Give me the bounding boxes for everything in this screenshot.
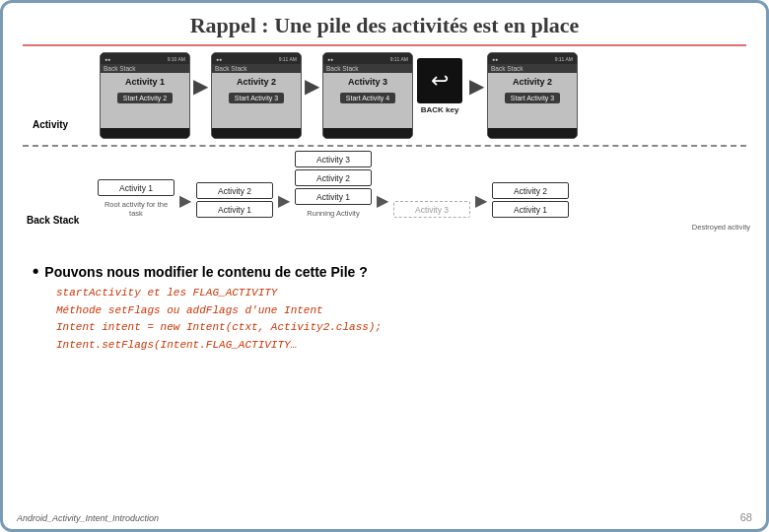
phone-4-bottom xyxy=(488,128,577,138)
stack-arrow-4: ▶ xyxy=(475,191,487,210)
phone-2-time: 9:11 AM xyxy=(279,56,297,62)
phone-1-button: Start Activity 2 xyxy=(117,93,173,103)
bullet-sub-1: startActivity et les FLAG_ACTIVITY xyxy=(56,285,746,302)
arrow-3: ▶ xyxy=(466,74,487,98)
phone-4-statusbar: ●● 9:11 AM xyxy=(488,53,577,64)
stack-3-item-3: Activity 1 xyxy=(295,188,372,205)
phone-1-bottom xyxy=(101,128,189,138)
phone-1-activity: Activity 1 xyxy=(125,77,165,87)
stack-1-item-1: Activity 1 xyxy=(98,179,175,196)
phone-4: ●● 9:11 AM Back Stack Activity 2 Start A… xyxy=(487,52,578,139)
bullet-sub-lines: startActivity et les FLAG_ACTIVITY Métho… xyxy=(56,285,746,354)
phone-4-activity: Activity 2 xyxy=(513,77,552,87)
back-key-section: ↩ BACK key xyxy=(417,58,462,114)
phone-4-taskbar: Back Stack xyxy=(488,64,577,73)
stack-col-1: Activity 1 Root activity for the task xyxy=(98,179,175,218)
stack-5-item-2: Activity 1 xyxy=(492,201,569,218)
stack-col-5: Activity 2 Activity 1 Destroyed activity xyxy=(492,182,569,218)
footer-left: Android_Activity_Intent_Introduction xyxy=(17,513,159,523)
phone-3-taskbar: Back Stack xyxy=(323,64,412,73)
footer-page: 68 xyxy=(740,511,752,523)
bullet-sub-4: Intent.setFlags(Intent.FLAG_ACTIVITY… xyxy=(56,337,746,355)
phone-3-bottom xyxy=(323,128,412,138)
arrow-2: ▶ xyxy=(302,74,322,98)
back-key-label: BACK key xyxy=(421,105,459,114)
running-label: Running Activity xyxy=(295,209,372,218)
stack-2-item-1: Activity 2 xyxy=(196,182,273,199)
phone-2-button: Start Activity 3 xyxy=(229,93,284,103)
stack-col-2: Activity 2 Activity 1 xyxy=(196,182,273,218)
stack-col-3: Activity 3 Activity 2 Activity 1 Running… xyxy=(295,151,372,218)
stack-col-4: Activity 3 xyxy=(393,201,470,218)
stack-3-item-1: Activity 3 xyxy=(295,151,372,167)
back-stack-label: Back Stack xyxy=(27,215,79,226)
stack-section: Activity 1 Root activity for the task ▶ … xyxy=(98,151,746,218)
bullet-sub-3: Intent intent = new Intent(ctxt, Activit… xyxy=(56,319,746,337)
phone-1-body: Activity 1 Start Activity 2 xyxy=(101,73,189,128)
stack-1-root-label: Root activity for the task xyxy=(98,200,175,218)
phone-3-body: Activity 3 Start Activity 4 xyxy=(323,73,412,128)
stack-arrow-1: ▶ xyxy=(179,191,191,210)
phone-3: ●● 9:11 AM Back Stack Activity 3 Start A… xyxy=(322,52,413,139)
phone-1-statusbar: ●● 9:10 AM xyxy=(101,53,189,64)
activity-label: Activity xyxy=(33,119,68,130)
stack-4-item-1: Activity 3 xyxy=(393,201,470,218)
arrow-1: ▶ xyxy=(190,74,211,98)
phone-3-activity: Activity 3 xyxy=(348,77,387,87)
phone-2-statusbar: ●● 9:11 AM xyxy=(212,53,301,64)
phone-2: ●● 9:11 AM Back Stack Activity 2 Start A… xyxy=(211,52,302,139)
phone-2-taskbar: Back Stack xyxy=(212,64,301,73)
back-key-box: ↩ xyxy=(417,58,462,103)
divider xyxy=(23,145,746,147)
phone-2-activity: Activity 2 xyxy=(237,77,276,87)
stack-arrow-3: ▶ xyxy=(377,191,388,210)
stack-arrow-2: ▶ xyxy=(278,191,290,210)
phone-3-button: Start Activity 4 xyxy=(340,93,395,103)
phone-1: ●● 9:10 AM Back Stack Activity 1 Start A… xyxy=(100,52,190,139)
back-arrow-icon: ↩ xyxy=(431,68,449,94)
slide-container: Rappel : Une pile des activités est en p… xyxy=(0,0,769,532)
diagram-area: Activity ●● 9:10 AM Back Stack Activity … xyxy=(23,52,746,218)
phone-1-status-text: ●● xyxy=(105,56,110,62)
phone-3-time: 9:11 AM xyxy=(390,56,408,62)
phone-2-body: Activity 2 Start Activity 3 xyxy=(212,73,301,128)
slide-title: Rappel : Une pile des activités est en p… xyxy=(23,13,746,46)
stack-3-item-2: Activity 2 xyxy=(295,169,372,186)
bullet-dot: • xyxy=(33,261,38,282)
phone-1-time: 9:10 AM xyxy=(168,56,185,62)
stack-2-item-2: Activity 1 xyxy=(196,201,273,218)
destroyed-label: Destroyed activity xyxy=(673,223,750,232)
phone-3-statusbar: ●● 9:11 AM xyxy=(323,53,412,64)
phone-4-time: 9:11 AM xyxy=(555,56,573,62)
bullet-section: • Pouvons nous modifier le contenu de ce… xyxy=(23,261,746,354)
phone-4-body: Activity 2 Start Activity 3 xyxy=(488,73,577,128)
stack-5-item-1: Activity 2 xyxy=(492,182,569,199)
bullet-main: • Pouvons nous modifier le contenu de ce… xyxy=(33,261,746,282)
bullet-sub-2: Méthode setFlags ou addFlags d'une Inten… xyxy=(56,302,746,320)
phone-2-bottom xyxy=(212,128,301,138)
bullet-main-text: Pouvons nous modifier le contenu de cett… xyxy=(44,264,368,280)
phone-4-button: Start Activity 3 xyxy=(505,93,560,103)
phone-1-taskbar: Back Stack xyxy=(101,64,189,73)
top-phones-row: ●● 9:10 AM Back Stack Activity 1 Start A… xyxy=(100,52,746,139)
